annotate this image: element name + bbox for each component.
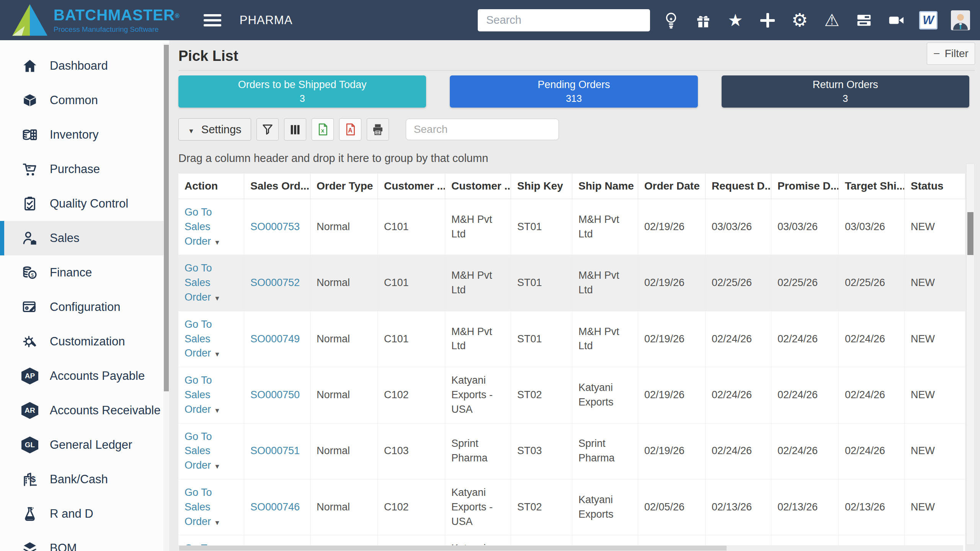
- grid-vertical-scrollbar-thumb[interactable]: [967, 212, 973, 255]
- sidebar-item-configuration[interactable]: Configuration: [0, 290, 169, 324]
- caret-down-icon[interactable]: [211, 347, 220, 359]
- sidebar-scrollbar-thumb[interactable]: [164, 45, 169, 391]
- column-header-action[interactable]: Action: [178, 173, 244, 199]
- column-header-target-shi[interactable]: Target Shi...: [839, 173, 905, 199]
- table-row: Go To Sales OrderSO000753NormalC101M&H P…: [178, 199, 965, 255]
- caret-down-icon[interactable]: [211, 404, 220, 415]
- grid-search-input[interactable]: [406, 119, 559, 140]
- group-by-drag-hint: Drag a column header and drop it here to…: [178, 152, 980, 165]
- print-button[interactable]: [367, 118, 389, 141]
- sidebar-item-label: Inventory: [50, 128, 99, 142]
- sidebar-item-sales[interactable]: Sales: [0, 221, 169, 255]
- kpi-card-pending-orders[interactable]: Pending Orders313: [450, 75, 697, 108]
- pdf-export-button[interactable]: A: [339, 118, 361, 141]
- sales-order-link[interactable]: SO000751: [250, 445, 300, 456]
- sidebar-item-common[interactable]: Common: [0, 83, 169, 118]
- star-icon[interactable]: [726, 11, 745, 30]
- sidebar-item-bank-cash[interactable]: $Bank/Cash: [0, 462, 169, 497]
- cell-so: SO000752: [244, 255, 310, 311]
- cell-order-type: Normal: [310, 423, 378, 479]
- go-to-sales-order-link[interactable]: Go To Sales Order: [185, 206, 220, 247]
- cell-order-type: Normal: [310, 479, 378, 535]
- sidebar-item-customization[interactable]: Customization: [0, 324, 169, 359]
- sales-order-link[interactable]: SO000753: [250, 221, 300, 232]
- cell-request-date: 02/25/26: [706, 255, 771, 311]
- table-row: Go To Sales OrderSO000751NormalC103Sprin…: [178, 423, 965, 479]
- column-header-sales-ord[interactable]: Sales Ord...: [244, 173, 310, 199]
- sidebar-item-accounts-payable[interactable]: APAccounts Payable: [0, 359, 169, 393]
- server-icon[interactable]: [854, 11, 874, 30]
- cell-ship-name: M&H Pvt Ltd: [572, 255, 638, 311]
- lightbulb-icon[interactable]: [662, 11, 681, 30]
- plus-icon[interactable]: [758, 11, 777, 30]
- column-header-customer[interactable]: Customer ...: [378, 173, 445, 199]
- sidebar-item-purchase[interactable]: Purchase: [0, 152, 169, 186]
- cell-customer-name: M&H Pvt Ltd: [445, 311, 511, 367]
- global-search-input[interactable]: [478, 9, 650, 31]
- sidebar-item-quality-control[interactable]: Quality Control: [0, 186, 169, 221]
- table-row: Go To Sales OrderSO000752NormalC101M&H P…: [178, 255, 965, 311]
- grid-horizontal-scrollbar[interactable]: [178, 545, 963, 551]
- grid-vertical-scrollbar[interactable]: [966, 164, 975, 545]
- grid-horizontal-scrollbar-thumb[interactable]: [179, 546, 727, 551]
- column-header-customer[interactable]: Customer ...: [445, 173, 511, 199]
- caret-down-icon[interactable]: [211, 459, 220, 471]
- go-to-sales-order-link[interactable]: Go To Sales Order: [185, 431, 220, 471]
- go-to-sales-order-link[interactable]: Go To Sales Order: [185, 374, 220, 415]
- sidebar-item-inventory[interactable]: Inventory: [0, 118, 169, 152]
- cell-target-ship-date: 02/24/26: [839, 423, 905, 479]
- sales-order-link[interactable]: SO000749: [250, 333, 300, 345]
- word-document-icon[interactable]: W: [919, 11, 938, 30]
- sidebar-item-general-ledger[interactable]: GLGeneral Ledger: [0, 428, 169, 462]
- sidebar-item-bom[interactable]: BOM: [0, 531, 169, 551]
- gift-icon[interactable]: [694, 11, 713, 30]
- brand-tagline: Process Manufacturing Software: [54, 26, 180, 33]
- excel-export-button[interactable]: x: [312, 118, 334, 141]
- cell-target-ship-date: 02/24/26: [839, 311, 905, 367]
- settings-dropdown-button[interactable]: Settings: [178, 118, 251, 141]
- column-header-promise-d[interactable]: Promise D...: [771, 173, 839, 199]
- go-to-sales-order-link[interactable]: Go To Sales Order: [185, 487, 220, 527]
- caret-down-icon[interactable]: [211, 235, 220, 247]
- cell-action: Go To Sales Order: [178, 199, 244, 255]
- sales-order-link[interactable]: SO000746: [250, 501, 300, 513]
- filter-funnel-button[interactable]: [256, 118, 279, 141]
- go-to-sales-order-link[interactable]: Go To Sales Order: [185, 262, 220, 303]
- clipboard-check-icon: [21, 195, 38, 212]
- kpi-card-orders-to-be-shipped-today[interactable]: Orders to be Shipped Today3: [178, 75, 426, 108]
- home-icon: [21, 57, 38, 74]
- column-header-ship-key[interactable]: Ship Key: [511, 173, 572, 199]
- gear-icon[interactable]: [790, 11, 809, 30]
- sales-order-link[interactable]: SO000750: [250, 389, 300, 401]
- warning-icon[interactable]: [822, 11, 841, 30]
- caret-down-icon[interactable]: [211, 516, 220, 527]
- sidebar-item-accounts-receivable[interactable]: ARAccounts Receivable: [0, 393, 169, 428]
- sidebar-item-r-and-d[interactable]: R and D: [0, 497, 169, 531]
- excel-export-icon: x: [316, 123, 330, 136]
- caret-down-icon[interactable]: [211, 291, 220, 303]
- column-header-ship-name[interactable]: Ship Name: [572, 173, 638, 199]
- go-to-sales-order-link[interactable]: Go To Sales Order: [185, 319, 220, 359]
- kpi-card-return-orders[interactable]: Return Orders3: [722, 75, 969, 108]
- column-header-request-d[interactable]: Request D...: [706, 173, 771, 199]
- menu-hamburger-icon[interactable]: [204, 11, 221, 29]
- column-header-order-date[interactable]: Order Date: [638, 173, 706, 199]
- sidebar-item-finance[interactable]: $Finance: [0, 255, 169, 290]
- video-camera-icon[interactable]: [887, 11, 906, 30]
- kpi-card-label: Pending Orders: [537, 79, 610, 91]
- filter-button-label: Filter: [945, 47, 969, 60]
- sidebar-item-dashboard[interactable]: Dashboard: [0, 49, 169, 83]
- cell-customer-key: C101: [378, 255, 445, 311]
- sidebar-item-label: Purchase: [50, 162, 100, 176]
- columns-button[interactable]: [284, 118, 306, 141]
- batchmaster-logo: BATCHMASTER® Process Manufacturing Softw…: [11, 3, 180, 37]
- user-avatar-icon[interactable]: [951, 11, 970, 30]
- sidebar-scrollbar[interactable]: [163, 43, 169, 551]
- column-header-order-type[interactable]: Order Type: [310, 173, 378, 199]
- column-header-status[interactable]: Status: [905, 173, 965, 199]
- sidebar-item-label: Quality Control: [50, 197, 128, 211]
- sales-order-link[interactable]: SO000752: [250, 277, 300, 288]
- cell-request-date: 03/03/26: [706, 199, 771, 255]
- cell-request-date: 02/24/26: [706, 367, 771, 423]
- filter-button[interactable]: Filter: [927, 43, 975, 65]
